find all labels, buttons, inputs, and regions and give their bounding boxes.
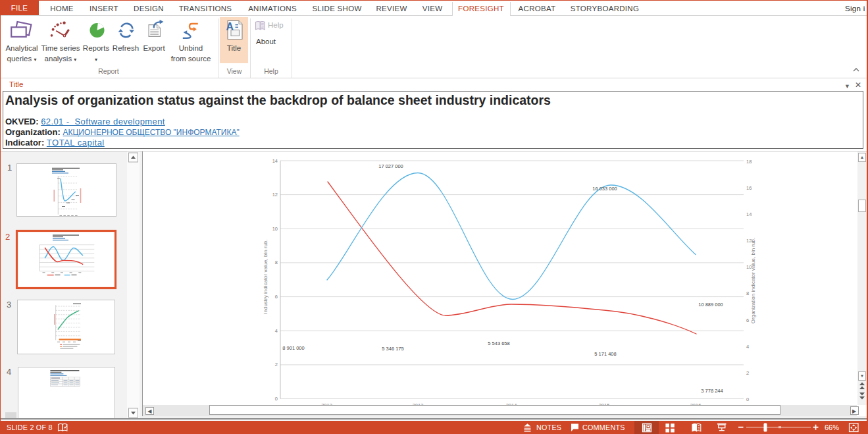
svg-text:5 346 175: 5 346 175	[382, 346, 403, 352]
svg-text:2: 2	[5, 232, 10, 242]
svg-text:18: 18	[746, 159, 752, 165]
svg-text:10 889 000: 10 889 000	[698, 302, 723, 308]
svg-text:8 901 000: 8 901 000	[282, 345, 304, 351]
svg-text:4: 4	[275, 328, 278, 334]
svg-text:5 543 658: 5 543 658	[488, 340, 509, 346]
svg-text:Organization indicator value,: Organization indicator value, bln rub.	[750, 238, 756, 323]
svg-text:6: 6	[746, 317, 749, 323]
svg-text:8: 8	[275, 259, 278, 265]
svg-text:16: 16	[746, 185, 752, 191]
svg-text:2: 2	[275, 362, 278, 367]
svg-text:3 778 244: 3 778 244	[701, 388, 723, 394]
svg-text:6: 6	[275, 294, 278, 300]
svg-text:5 171 408: 5 171 408	[594, 351, 616, 357]
svg-text:17 027 000: 17 027 000	[378, 163, 403, 169]
svg-text:2: 2	[746, 370, 749, 376]
svg-text:A: A	[226, 21, 234, 32]
svg-text:4: 4	[746, 344, 749, 350]
svg-text:14: 14	[272, 158, 278, 164]
svg-text:1: 1	[7, 163, 12, 173]
svg-text:0: 0	[275, 396, 278, 402]
svg-text:Industry indicator value, bln: Industry indicator value, bln rub.	[263, 239, 268, 313]
svg-text:4: 4	[7, 367, 11, 377]
svg-text:8: 8	[746, 290, 749, 296]
svg-text:16 033 000: 16 033 000	[592, 186, 617, 192]
svg-text:3: 3	[7, 300, 11, 310]
svg-text:10: 10	[272, 226, 278, 232]
svg-text:12: 12	[272, 192, 278, 198]
svg-text:0: 0	[746, 396, 749, 402]
svg-text:14: 14	[746, 211, 752, 217]
